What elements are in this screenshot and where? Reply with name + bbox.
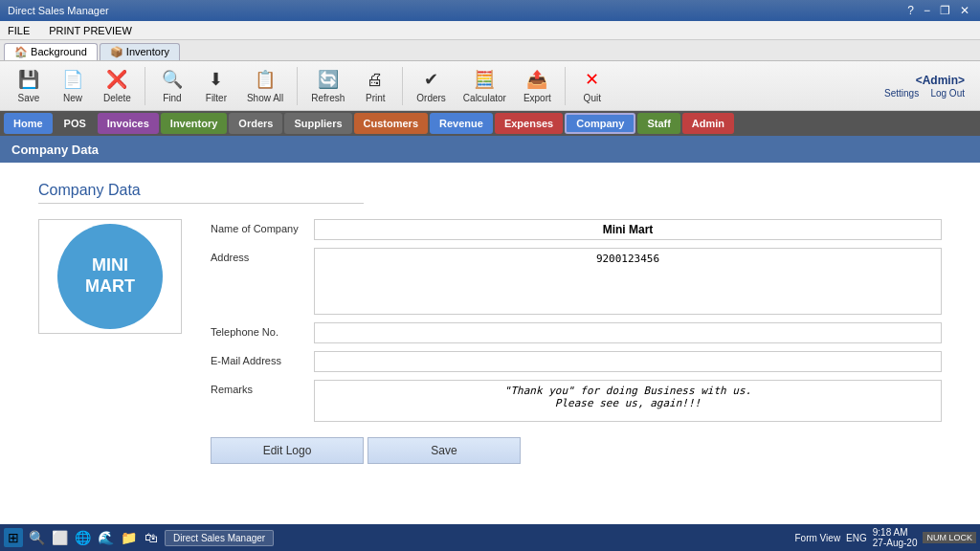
window-title: Direct Sales Manager [8,5,109,16]
nav-inventory[interactable]: Inventory [161,113,228,134]
nav-invoices[interactable]: Invoices [98,113,159,134]
taskbar-lang: ENG [846,533,867,543]
nav-home[interactable]: Home [4,113,53,134]
company-name-input[interactable] [314,219,942,240]
menu-print-preview[interactable]: PRINT PREVIEW [45,23,136,38]
nav-staff[interactable]: Staff [637,113,679,134]
logo-line1: MINI [92,255,128,276]
print-icon: 🖨 [364,68,387,91]
remarks-input[interactable]: "Thank you" for doing Business with us. … [314,380,942,422]
taskview-icon[interactable]: ⬜ [50,528,69,547]
delete-icon: ❌ [105,68,128,91]
page-header-title: Company Data [11,143,99,157]
doc-tab-background[interactable]: 🏠 Background [4,43,98,60]
logo-box: MINI MART [38,219,182,334]
address-label: Address [211,248,306,263]
admin-label: <Admin> [916,74,965,87]
edge-icon[interactable]: 🌊 [96,528,115,547]
doc-tab-inventory-icon: 📦 [110,46,123,57]
menu-file[interactable]: FILE [4,23,33,38]
doc-tab-background-icon: 🏠 [14,46,28,57]
remarks-label: Remarks [211,380,306,395]
company-name-label: Name of Company [211,219,306,234]
page-header: Company Data [0,136,980,163]
main-content: Company Data MINI MART Name of Company A… [0,163,980,545]
taskbar-right: Form View ENG 9:18 AM27-Aug-20 NUM LOCK [795,527,977,548]
save-button[interactable]: 💾 Save [8,64,50,107]
close-button[interactable]: ✕ [957,4,972,17]
restore-button[interactable]: ❐ [937,4,953,17]
calculator-icon: 🧮 [473,68,496,91]
telephone-label: Telephone No. [211,322,306,338]
nav-bar: Home POS Invoices Inventory Orders Suppl… [0,111,980,136]
quit-icon: ✕ [581,68,604,91]
button-row: Edit Logo Save [211,437,942,464]
edit-logo-button[interactable]: Edit Logo [211,437,364,464]
export-icon: 📤 [525,68,548,91]
delete-button[interactable]: ❌ Delete [96,64,139,107]
title-bar: Direct Sales Manager ? − ❐ ✕ [0,0,980,21]
browser-icon[interactable]: 🌐 [73,528,92,547]
folder-icon[interactable]: 📁 [119,528,138,547]
find-button[interactable]: 🔍 Find [151,64,193,107]
email-row: E-Mail Address [211,351,942,372]
toolbar: 💾 Save 📄 New ❌ Delete 🔍 Find ⬇ Filter 📋 … [0,61,980,111]
doc-tabs: 🏠 Background 📦 Inventory [0,40,980,61]
address-input[interactable]: 9200123456 [314,248,942,315]
show-all-icon: 📋 [254,68,277,91]
filter-icon: ⬇ [205,68,228,91]
form-area: MINI MART Name of Company Address 920012… [38,219,942,464]
nav-pos[interactable]: POS [55,113,96,134]
search-taskbar-icon[interactable]: 🔍 [27,528,46,547]
refresh-icon: 🔄 [317,68,340,91]
window-controls: ? − ❐ ✕ [904,4,972,17]
calculator-button[interactable]: 🧮 Calculator [456,64,514,107]
minimize-button[interactable]: − [921,4,933,17]
refresh-button[interactable]: 🔄 Refresh [303,64,352,107]
section-title: Company Data [38,182,364,204]
store-icon[interactable]: 🛍 [142,528,161,547]
filter-button[interactable]: ⬇ Filter [195,64,237,107]
separator-2 [297,67,298,105]
orders-icon: ✔ [420,68,443,91]
quit-button[interactable]: ✕ Quit [571,64,613,107]
remarks-row: Remarks "Thank you" for doing Business w… [211,380,942,422]
email-input[interactable] [314,351,942,372]
logo-line2: MART [85,276,135,298]
export-button[interactable]: 📤 Export [516,64,559,107]
company-name-row: Name of Company [211,219,942,240]
email-label: E-Mail Address [211,351,306,366]
new-button[interactable]: 📄 New [52,64,94,107]
telephone-input[interactable] [314,322,942,343]
form-save-button[interactable]: Save [368,437,521,464]
print-button[interactable]: 🖨 Print [354,64,396,107]
orders-button[interactable]: ✔ Orders [409,64,454,107]
nav-admin[interactable]: Admin [682,113,734,134]
doc-tab-inventory[interactable]: 📦 Inventory [100,43,180,60]
nav-customers[interactable]: Customers [354,113,428,134]
taskbar-app[interactable]: Direct Sales Manager [165,530,274,546]
separator-1 [145,67,145,105]
help-button[interactable]: ? [904,4,917,17]
admin-section: <Admin> Settings Log Out [884,74,972,99]
separator-4 [565,67,566,105]
menu-bar: FILE PRINT PREVIEW [0,21,980,40]
settings-link[interactable]: Settings [884,88,919,99]
logout-link[interactable]: Log Out [930,88,965,99]
nav-orders[interactable]: Orders [229,113,282,134]
form-fields: Name of Company Address 9200123456 Telep… [211,219,942,464]
taskbar: ⊞ 🔍 ⬜ 🌐 🌊 📁 🛍 Direct Sales Manager Form … [0,524,980,551]
save-icon: 💾 [17,68,40,91]
nav-revenue[interactable]: Revenue [430,113,493,134]
separator-3 [402,67,403,105]
taskbar-status: Form View [795,533,841,543]
nav-suppliers[interactable]: Suppliers [284,113,351,134]
start-button[interactable]: ⊞ [4,528,23,547]
new-icon: 📄 [61,68,84,91]
address-row: Address 9200123456 [211,248,942,315]
find-icon: 🔍 [161,68,184,91]
show-all-button[interactable]: 📋 Show All [239,64,291,107]
nav-company[interactable]: Company [565,113,635,134]
num-lock-indicator: NUM LOCK [923,532,976,543]
nav-expenses[interactable]: Expenses [495,113,563,134]
